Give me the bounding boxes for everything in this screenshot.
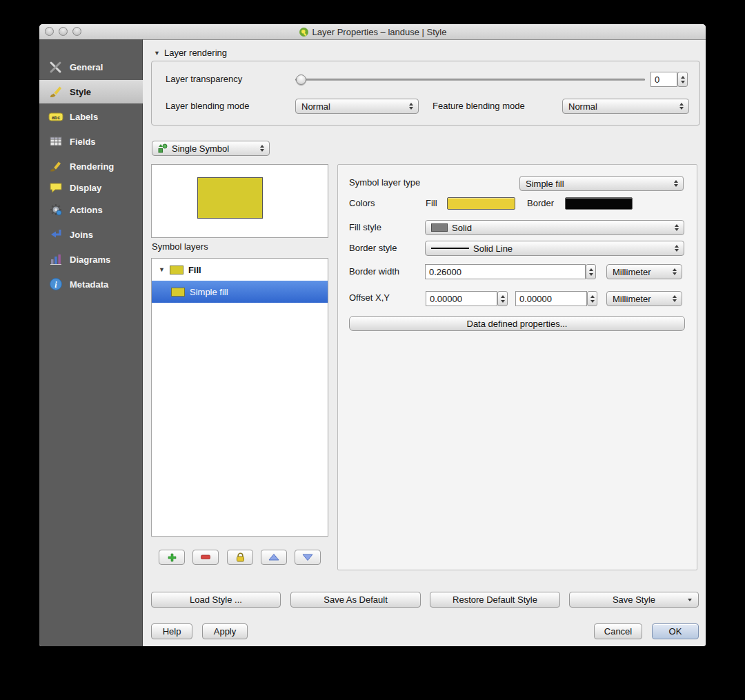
layer-blending-mode-select[interactable]: Normal: [295, 99, 419, 114]
border-width-stepper[interactable]: [586, 264, 596, 279]
data-defined-properties-button[interactable]: Data defined properties...: [349, 316, 685, 331]
border-width-field[interactable]: [425, 264, 586, 279]
sidebar: General Style abc Labels Fields Renderin…: [39, 39, 143, 646]
border-style-value: Solid Line: [473, 243, 513, 254]
border-width-input[interactable]: [429, 267, 582, 277]
layer-transparency-slider-knob[interactable]: [296, 74, 306, 85]
symbol-layer-type-select[interactable]: Simple fill: [519, 176, 684, 191]
sidebar-item-fields[interactable]: Fields: [39, 130, 143, 153]
step-down-icon[interactable]: [501, 300, 505, 303]
tree-row-label: Fill: [188, 265, 201, 275]
symbol-layers-tree: ▼ Fill Simple fill: [151, 258, 328, 537]
ok-button[interactable]: OK: [652, 623, 699, 639]
add-symbol-layer-button[interactable]: [159, 550, 185, 565]
border-width-label: Border width: [349, 266, 399, 277]
help-label: Help: [163, 626, 181, 637]
layer-transparency-input[interactable]: [655, 74, 673, 85]
apply-button[interactable]: Apply: [202, 623, 248, 639]
step-down-icon[interactable]: [681, 81, 685, 83]
symbol-layer-properties-panel: Symbol layer type Simple fill Colors Fil…: [337, 164, 697, 570]
layer-transparency-stepper[interactable]: [677, 72, 688, 87]
symbol-type-value: Single Symbol: [172, 143, 229, 154]
offset-x-stepper[interactable]: [497, 291, 508, 306]
window-title: Layer Properties – landuse | Style: [312, 27, 447, 37]
layer-transparency-field[interactable]: [650, 72, 677, 87]
step-up-icon[interactable]: [501, 295, 505, 298]
arrow-up-icon: [268, 554, 279, 561]
sidebar-item-rendering[interactable]: Rendering: [39, 154, 143, 178]
minus-icon: [201, 554, 210, 560]
move-down-button[interactable]: [295, 550, 321, 565]
data-defined-properties-label: Data defined properties...: [467, 319, 568, 329]
help-button[interactable]: Help: [151, 623, 192, 639]
border-style-label: Border style: [349, 243, 397, 254]
offset-unit-select[interactable]: Millimeter: [606, 291, 682, 306]
tree-row-simple-fill[interactable]: Simple fill: [152, 281, 328, 303]
cancel-label: Cancel: [604, 626, 632, 637]
join-arrow-icon: [48, 227, 63, 242]
sidebar-item-general[interactable]: General: [39, 55, 143, 79]
offset-xy-label: Offset X,Y: [349, 292, 390, 303]
step-up-icon[interactable]: [681, 76, 685, 79]
fill-swatch: [170, 266, 183, 274]
sidebar-item-joins[interactable]: Joins: [39, 223, 143, 246]
offset-x-field[interactable]: [426, 291, 497, 306]
lock-color-button[interactable]: [227, 550, 253, 565]
offset-y-stepper[interactable]: [587, 291, 597, 306]
paintbrush-icon: [48, 84, 63, 99]
step-down-icon[interactable]: [589, 273, 593, 276]
symbol-type-select[interactable]: Single Symbol: [152, 141, 270, 156]
fill-color-label: Fill: [426, 198, 437, 209]
tree-row-fill[interactable]: ▼ Fill: [152, 259, 328, 281]
sidebar-item-actions[interactable]: Actions: [39, 198, 143, 221]
gear-icon: [48, 202, 63, 217]
remove-symbol-layer-button[interactable]: [192, 550, 219, 565]
border-color-label: Border: [527, 198, 554, 209]
restore-default-style-button[interactable]: Restore Default Style: [430, 592, 560, 608]
sidebar-item-display[interactable]: Display: [39, 176, 143, 199]
fill-style-value: Solid: [452, 223, 472, 233]
save-style-label: Save Style: [613, 594, 655, 605]
load-style-button[interactable]: Load Style ...: [151, 592, 281, 608]
cancel-button[interactable]: Cancel: [594, 623, 642, 639]
layer-blending-mode-label: Layer blending mode: [166, 101, 249, 112]
plus-icon: [168, 553, 177, 562]
border-style-select[interactable]: Solid Line: [425, 241, 684, 256]
table-icon: [48, 134, 63, 149]
titlebar[interactable]: Layer Properties – landuse | Style: [39, 24, 706, 40]
sidebar-item-style[interactable]: Style: [39, 80, 143, 103]
popup-arrows-icon: [673, 295, 677, 302]
save-as-default-button[interactable]: Save As Default: [290, 592, 421, 608]
expand-triangle-icon[interactable]: ▼: [159, 266, 165, 273]
symbol-layers-label: Symbol layers: [152, 241, 208, 252]
fill-color-button[interactable]: [447, 197, 515, 210]
layer-rendering-header[interactable]: ▼ Layer rendering: [154, 48, 227, 58]
symbology-icon: [158, 143, 168, 153]
popup-arrows-icon: [674, 180, 678, 187]
save-style-button[interactable]: Save Style: [569, 592, 699, 608]
layer-transparency-label: Layer transparency: [166, 74, 242, 85]
sidebar-item-label: Display: [70, 183, 101, 193]
colors-label: Colors: [349, 198, 375, 209]
popup-arrows-icon: [675, 245, 679, 252]
qgis-app-icon: [299, 27, 309, 37]
offset-y-field[interactable]: [515, 291, 587, 306]
step-down-icon[interactable]: [590, 300, 595, 303]
offset-y-input[interactable]: [519, 294, 583, 304]
border-color-button[interactable]: [565, 197, 633, 210]
sidebar-item-metadata[interactable]: i Metadata: [39, 272, 143, 296]
load-style-label: Load Style ...: [190, 594, 242, 605]
fill-style-select[interactable]: Solid: [425, 220, 684, 235]
ok-label: OK: [669, 626, 682, 637]
move-up-button[interactable]: [261, 550, 287, 565]
border-width-unit-select[interactable]: Millimeter: [606, 264, 682, 279]
sidebar-item-diagrams[interactable]: Diagrams: [39, 248, 143, 271]
offset-x-input[interactable]: [430, 294, 493, 304]
feature-blending-mode-select[interactable]: Normal: [562, 99, 689, 114]
step-up-icon[interactable]: [589, 268, 593, 271]
step-up-icon[interactable]: [590, 295, 595, 298]
collapse-triangle-icon: ▼: [154, 50, 160, 57]
layer-transparency-slider[interactable]: [295, 79, 645, 81]
sidebar-item-label: Fields: [70, 137, 96, 147]
sidebar-item-labels[interactable]: abc Labels: [39, 105, 143, 128]
